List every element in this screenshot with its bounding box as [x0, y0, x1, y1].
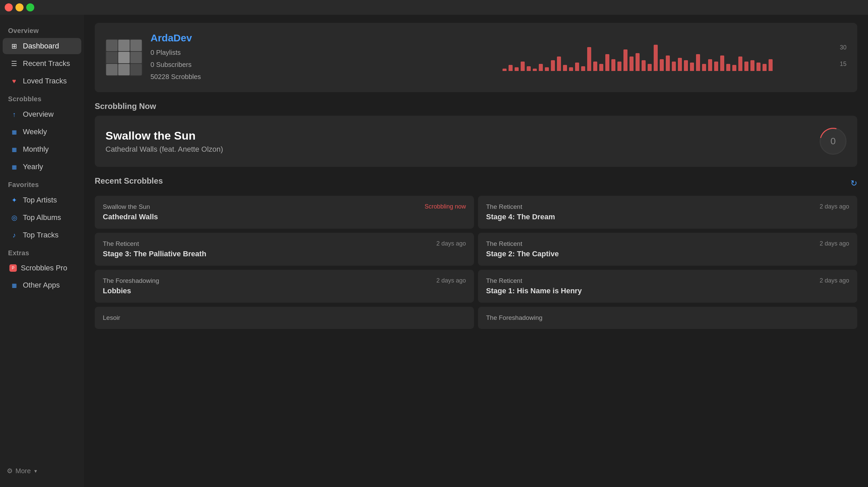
chart-bar — [611, 59, 615, 71]
current-track-subtitle: Cathedral Walls (feat. Anette Olzon) — [105, 145, 223, 154]
more-button[interactable]: ⚙ More ▾ — [0, 461, 84, 480]
yearly-icon: ▦ — [9, 162, 19, 172]
chart-bar — [684, 60, 688, 71]
sidebar-label-other-apps: Other Apps — [23, 281, 60, 290]
chart-bars — [502, 44, 846, 71]
sidebar-item-top-artists[interactable]: ✦ Top Artists — [3, 192, 81, 208]
scrobbling-now-card: Swallow the Sun Cathedral Walls (feat. A… — [95, 116, 857, 167]
scrobble-time: 2 days ago — [436, 277, 466, 284]
sidebar-item-yearly[interactable]: ▦ Yearly — [3, 159, 81, 175]
scrobble-time: 2 days ago — [819, 277, 849, 284]
recent-tracks-icon: ☰ — [9, 59, 19, 68]
chart-bar — [527, 66, 531, 71]
scrobble-track: Stage 1: His Name is Henry — [486, 287, 849, 295]
chart-bar — [539, 64, 543, 71]
scrobble-card: The Reticent 2 days ago Stage 4: The Dre… — [478, 196, 857, 229]
chart-bar — [521, 61, 525, 71]
scrobble-time: 2 days ago — [436, 240, 466, 247]
sidebar-label-top-albums: Top Albums — [23, 213, 61, 222]
chart-bar — [660, 59, 664, 71]
chart-bar — [726, 64, 730, 71]
chevron-down-icon: ▾ — [34, 468, 37, 474]
sidebar-label-overview: Overview — [23, 110, 54, 119]
chart-bar — [756, 62, 761, 71]
scrobble-time: 2 days ago — [819, 240, 849, 247]
scrobbling-now-info: Swallow the Sun Cathedral Walls (feat. A… — [105, 129, 223, 154]
sidebar-item-top-tracks[interactable]: ♪ Top Tracks — [3, 227, 81, 243]
sidebar-item-loved-tracks[interactable]: ♥ Loved Tracks — [3, 73, 81, 89]
sidebar-label-scrobbles-pro: Scrobbles Pro — [21, 264, 67, 273]
scrobble-track: Cathedral Walls — [103, 212, 466, 221]
scrobble-artist: Lesoir — [103, 314, 466, 321]
top-tracks-icon: ♪ — [9, 230, 19, 240]
sidebar-label-yearly: Yearly — [23, 163, 43, 171]
chart-label-top: 30 — [840, 44, 846, 51]
scrobble-artist: The Reticent — [103, 240, 139, 248]
scrobble-card: The Foreshadowing — [478, 307, 857, 329]
chart-bar — [533, 68, 537, 71]
chart-label-mid: 15 — [840, 61, 846, 67]
chart-bar — [654, 45, 658, 71]
chart-bar — [702, 64, 706, 71]
sidebar-label-top-tracks: Top Tracks — [23, 231, 58, 239]
sidebar-item-recent-tracks[interactable]: ☰ Recent Tracks — [3, 56, 81, 71]
scrobble-card-header: The Reticent 2 days ago — [103, 240, 466, 248]
scrobbles-count: 50228 Scrobbles — [151, 70, 494, 83]
scrobble-artist: The Reticent — [486, 203, 522, 210]
refresh-icon[interactable]: ↻ — [850, 179, 857, 188]
profile-info: ArdaDev 0 Playlists 0 Subscribers 50228 … — [151, 32, 494, 83]
scrobble-card: The Reticent 2 days ago Stage 1: His Nam… — [478, 270, 857, 303]
sidebar-label-loved-tracks: Loved Tracks — [23, 77, 67, 85]
sidebar-label-dashboard: Dashboard — [23, 42, 59, 51]
chart-bar — [714, 61, 718, 71]
top-albums-icon: ◎ — [9, 213, 19, 222]
scrobbles-chart: 30 15 — [502, 44, 846, 71]
scrobble-track: Stage 4: The Dream — [486, 212, 849, 221]
sidebar-item-overview[interactable]: ↑ Overview — [3, 106, 81, 122]
scrobble-card-header: Swallow the Sun Scrobbling now — [103, 203, 466, 210]
sidebar-item-weekly[interactable]: ▦ Weekly — [3, 124, 81, 140]
close-button[interactable] — [5, 3, 13, 11]
scrobble-card: Swallow the Sun Scrobbling now Cathedral… — [95, 196, 474, 229]
recent-scrobbles-title: Recent Scrobbles — [95, 176, 163, 185]
profile-header: ArdaDev 0 Playlists 0 Subscribers 50228 … — [95, 23, 857, 92]
scrobble-track: Lobbies — [103, 287, 466, 295]
chart-bar — [744, 61, 748, 71]
scrobble-card: The Foreshadowing 2 days ago Lobbies — [95, 270, 474, 303]
chart-bar — [563, 65, 567, 71]
sidebar-item-other-apps[interactable]: ▦ Other Apps — [3, 277, 81, 293]
chart-bar — [642, 60, 646, 71]
scrobble-card: Lesoir — [95, 307, 474, 329]
more-label: More — [16, 467, 31, 475]
chart-bar — [763, 64, 767, 71]
sidebar-item-scrobbles-pro[interactable]: P Scrobbles Pro — [3, 260, 81, 276]
scrobbling-now-section: Scrobbling Now Swallow the Sun Cathedral… — [95, 102, 857, 167]
scrobble-card-header: The Foreshadowing 2 days ago — [103, 277, 466, 285]
chart-bar — [738, 57, 742, 71]
chart-bar — [769, 59, 773, 71]
chart-bar — [720, 56, 724, 71]
sidebar-item-dashboard[interactable]: ⊞ Dashboard — [3, 38, 81, 54]
title-bar — [0, 0, 868, 15]
weekly-icon: ▦ — [9, 127, 19, 137]
chart-bar — [648, 64, 652, 71]
sidebar-section-favorites: Favorites — [0, 176, 84, 191]
scrobble-grid: Swallow the Sun Scrobbling now Cathedral… — [95, 196, 857, 329]
sidebar-section-overview: Overview — [0, 22, 84, 37]
heart-icon: ♥ — [9, 76, 19, 86]
chart-bar — [678, 58, 682, 71]
scrobble-track: Stage 3: The Palliative Breath — [103, 250, 466, 258]
progress-circle: 0 — [819, 128, 846, 155]
minimize-button[interactable] — [16, 3, 24, 11]
main-content: ArdaDev 0 Playlists 0 Subscribers 50228 … — [84, 15, 868, 487]
sidebar-item-top-albums[interactable]: ◎ Top Albums — [3, 209, 81, 226]
profile-stats: 0 Playlists 0 Subscribers 50228 Scrobble… — [151, 47, 494, 83]
recent-scrobbles-header: Recent Scrobbles ↻ — [95, 176, 857, 190]
scrobbling-now-title: Scrobbling Now — [95, 102, 857, 111]
chart-bar — [587, 47, 591, 71]
scrobble-time: Scrobbling now — [425, 203, 466, 210]
chart-bar — [593, 61, 597, 71]
sidebar-item-monthly[interactable]: ▦ Monthly — [3, 141, 81, 157]
maximize-button[interactable] — [26, 3, 34, 11]
app-layout: Overview ⊞ Dashboard ☰ Recent Tracks ♥ L… — [0, 15, 868, 487]
